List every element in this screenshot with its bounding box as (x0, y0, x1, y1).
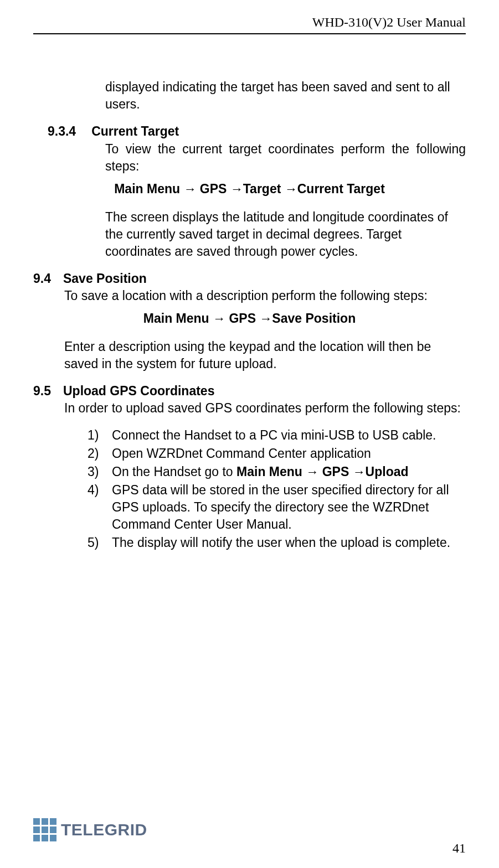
section-number: 9.5 (33, 383, 51, 400)
section-title: Save Position (63, 270, 147, 287)
section-94-body-1: To save a location with a description pe… (64, 287, 466, 304)
list-text: Open WZRDnet Command Center application (112, 445, 466, 462)
section-934-heading: 9.3.4 Current Target (33, 123, 466, 140)
list-item: 2) Open WZRDnet Command Center applicati… (88, 445, 466, 462)
list-item: 4) GPS data will be stored in the user s… (88, 482, 466, 533)
section-934-body-1: To view the current target coordinates p… (105, 141, 466, 175)
list-number: 4) (88, 482, 112, 533)
section-9-3-4: 9.3.4 Current Target To view the current… (33, 123, 466, 260)
list-text: GPS data will be stored in the user spec… (112, 482, 466, 533)
section-934-body-2: The screen displays the latitude and lon… (105, 209, 466, 260)
doc-title: WHD-310(V)2 User Manual (312, 15, 466, 29)
section-95-body-1: In order to upload saved GPS coordinates… (64, 400, 466, 417)
continued-paragraph: displayed indicating the target has been… (105, 79, 466, 113)
page-header: WHD-310(V)2 User Manual (33, 13, 466, 34)
menu-path-934: Main Menu → GPS →Target →Current Target (33, 180, 466, 198)
list-text: On the Handset go to Main Menu → GPS →Up… (112, 463, 466, 480)
list-text: The display will notify the user when th… (112, 534, 466, 551)
list-number: 2) (88, 445, 112, 462)
list-item: 5) The display will notify the user when… (88, 534, 466, 551)
logo-grid-icon (33, 818, 56, 841)
page-number: 41 (452, 839, 466, 857)
section-95-heading: 9.5 Upload GPS Coordinates (33, 383, 466, 400)
footer-logo: TELEGRID (33, 818, 147, 841)
list-item: 3) On the Handset go to Main Menu → GPS … (88, 463, 466, 480)
menu-path-94: Main Menu → GPS →Save Position (33, 310, 466, 327)
section-94-heading: 9.4 Save Position (33, 270, 466, 287)
section-9-4: 9.4 Save Position To save a location wit… (33, 270, 466, 373)
list-number: 5) (88, 534, 112, 551)
section-94-body-2: Enter a description using the keypad and… (64, 338, 466, 373)
list-text: Connect the Handset to a PC via mini-USB… (112, 427, 466, 444)
list-number: 1) (88, 427, 112, 444)
step3-menu-path: Main Menu → GPS →Upload (236, 464, 409, 479)
section-number: 9.3.4 (48, 123, 76, 140)
upload-steps-list: 1) Connect the Handset to a PC via mini-… (88, 427, 466, 551)
section-9-5: 9.5 Upload GPS Coordinates In order to u… (33, 383, 466, 551)
logo-text: TELEGRID (61, 819, 147, 841)
section-title: Upload GPS Coordinates (63, 383, 214, 400)
section-title: Current Target (91, 123, 179, 140)
step3-prefix: On the Handset go to (112, 464, 236, 479)
list-number: 3) (88, 463, 112, 480)
section-number: 9.4 (33, 270, 51, 287)
list-item: 1) Connect the Handset to a PC via mini-… (88, 427, 466, 444)
